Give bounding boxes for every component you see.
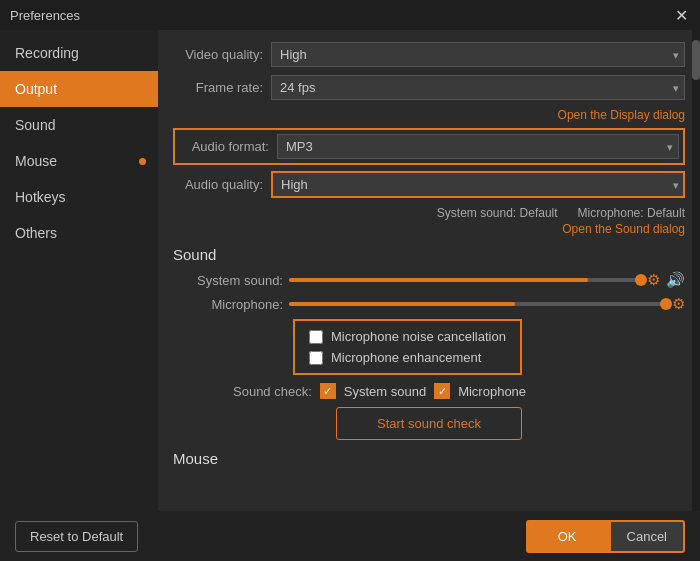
system-sound-speaker-icon[interactable]: 🔊	[666, 271, 685, 289]
bottom-right-buttons: OK Cancel	[526, 520, 685, 553]
sidebar-label-hotkeys: Hotkeys	[15, 189, 66, 205]
sidebar-item-mouse[interactable]: Mouse	[0, 143, 158, 179]
microphone-gear-icon[interactable]: ⚙	[672, 295, 685, 313]
audio-format-select[interactable]: MP3	[277, 134, 679, 159]
microphone-slider-fill	[289, 302, 515, 306]
sidebar-label-output: Output	[15, 81, 57, 97]
sound-dialog-link-row: Open the Sound dialog	[173, 222, 685, 236]
system-sound-slider-fill	[289, 278, 588, 282]
scrollbar[interactable]	[692, 30, 700, 511]
system-sound-info-label: System sound:	[437, 206, 516, 220]
audio-quality-select-wrapper: High ▾	[271, 171, 685, 198]
sidebar-item-hotkeys[interactable]: Hotkeys	[0, 179, 158, 215]
sidebar-label-recording: Recording	[15, 45, 79, 61]
system-sound-info: System sound: Default	[437, 206, 558, 220]
system-sound-check-checkbox[interactable]: ✓	[320, 383, 336, 399]
audio-format-label: Audio format:	[179, 139, 269, 154]
sidebar-item-sound[interactable]: Sound	[0, 107, 158, 143]
mouse-section-title: Mouse	[173, 450, 685, 467]
scrollbar-thumb	[692, 40, 700, 80]
enhancement-row: Microphone enhancement	[309, 350, 506, 365]
microphone-check-checkbox[interactable]: ✓	[434, 383, 450, 399]
system-sound-slider-row: System sound: ⚙ 🔊	[173, 271, 685, 289]
video-quality-select[interactable]: High	[271, 42, 685, 67]
frame-rate-label: Frame rate:	[173, 80, 263, 95]
microphone-slider-label: Microphone:	[173, 297, 283, 312]
audio-format-section: Audio format: MP3 ▾	[173, 128, 685, 165]
reset-to-default-button[interactable]: Reset to Default	[15, 521, 138, 552]
noise-cancellation-checkbox[interactable]	[309, 330, 323, 344]
microphone-options-box: Microphone noise cancellation Microphone…	[293, 319, 522, 375]
enhancement-checkbox[interactable]	[309, 351, 323, 365]
sidebar-item-output[interactable]: Output	[0, 71, 158, 107]
enhancement-label: Microphone enhancement	[331, 350, 481, 365]
open-sound-dialog-link[interactable]: Open the Sound dialog	[562, 222, 685, 236]
system-sound-slider-thumb	[635, 274, 647, 286]
mouse-dot	[139, 158, 146, 165]
system-sound-check-label: System sound	[344, 384, 426, 399]
sidebar-item-others[interactable]: Others	[0, 215, 158, 251]
audio-format-row: Audio format: MP3 ▾	[179, 134, 679, 159]
microphone-slider-row: Microphone: ⚙	[173, 295, 685, 313]
sidebar-item-recording[interactable]: Recording	[0, 35, 158, 71]
microphone-info-value: Default	[647, 206, 685, 220]
sidebar-label-sound: Sound	[15, 117, 55, 133]
sidebar: Recording Output Sound Mouse Hotkeys Oth…	[0, 30, 158, 511]
right-panel: Video quality: High ▾ Frame rate: 24 fps…	[158, 30, 700, 511]
system-sound-gear-icon[interactable]: ⚙	[647, 271, 660, 289]
microphone-check-label: Microphone	[458, 384, 526, 399]
title-bar: Preferences ✕	[0, 0, 700, 30]
frame-rate-select-wrapper: 24 fps ▾	[271, 75, 685, 100]
audio-quality-label: Audio quality:	[173, 177, 263, 192]
audio-quality-select[interactable]: High	[271, 171, 685, 198]
system-sound-slider-label: System sound:	[173, 273, 283, 288]
audio-info-row: System sound: Default Microphone: Defaul…	[173, 206, 685, 220]
video-quality-row: Video quality: High ▾	[173, 42, 685, 67]
video-quality-label: Video quality:	[173, 47, 263, 62]
close-button[interactable]: ✕	[672, 6, 690, 24]
sound-check-row: Sound check: ✓ System sound ✓ Microphone	[233, 383, 685, 399]
cancel-button[interactable]: Cancel	[609, 520, 685, 553]
microphone-info: Microphone: Default	[578, 206, 685, 220]
main-content: Recording Output Sound Mouse Hotkeys Oth…	[0, 30, 700, 511]
audio-format-select-wrapper: MP3 ▾	[277, 134, 679, 159]
preferences-window: Preferences ✕ Recording Output Sound Mou…	[0, 0, 700, 561]
microphone-info-label: Microphone:	[578, 206, 644, 220]
start-sound-check-wrapper: Start sound check	[173, 407, 685, 440]
system-sound-info-value: Default	[520, 206, 558, 220]
sound-check-label: Sound check:	[233, 384, 312, 399]
system-sound-slider[interactable]	[289, 278, 641, 282]
audio-quality-row: Audio quality: High ▾	[173, 171, 685, 198]
noise-cancellation-row: Microphone noise cancellation	[309, 329, 506, 344]
window-title: Preferences	[10, 8, 80, 23]
microphone-checkbox-wrapper: Microphone noise cancellation Microphone…	[293, 319, 685, 375]
sidebar-label-others: Others	[15, 225, 57, 241]
frame-rate-select[interactable]: 24 fps	[271, 75, 685, 100]
video-quality-select-wrapper: High ▾	[271, 42, 685, 67]
ok-button[interactable]: OK	[526, 520, 609, 553]
sound-section-title: Sound	[173, 246, 685, 263]
sidebar-label-mouse: Mouse	[15, 153, 57, 169]
bottom-bar: Reset to Default OK Cancel	[0, 511, 700, 561]
frame-rate-row: Frame rate: 24 fps ▾	[173, 75, 685, 100]
noise-cancellation-label: Microphone noise cancellation	[331, 329, 506, 344]
display-dialog-link-row: Open the Display dialog	[173, 108, 685, 122]
microphone-slider[interactable]	[289, 302, 666, 306]
start-sound-check-button[interactable]: Start sound check	[336, 407, 522, 440]
microphone-slider-thumb	[660, 298, 672, 310]
open-display-dialog-link[interactable]: Open the Display dialog	[558, 108, 685, 122]
